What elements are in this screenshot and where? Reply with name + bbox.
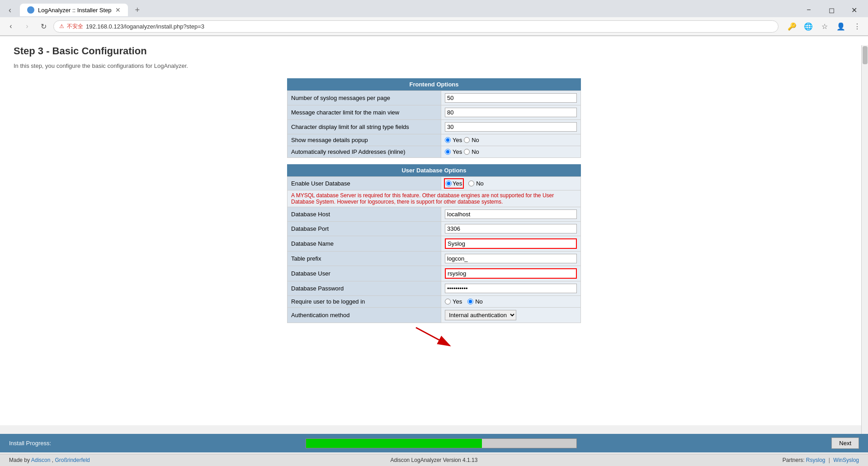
translate-icon[interactable]: 🌐 <box>802 20 815 33</box>
scrollbar-track[interactable] <box>861 45 868 439</box>
footer-center: Adiscon LogAnalyzer Version 4.1.13 <box>292 457 576 463</box>
table-row: Character display limit for all string t… <box>288 120 581 134</box>
char-limit-main-input[interactable] <box>445 108 577 117</box>
db-user-input[interactable] <box>445 268 577 279</box>
new-tab-button[interactable]: + <box>132 4 144 17</box>
field-label-table-prefix: Table prefix <box>288 252 441 266</box>
table-row: Number of syslog messages per page <box>288 91 581 105</box>
enable-user-db-yes-label: Yes <box>453 180 462 187</box>
auto-resolve-radio-group: Yes No <box>445 148 577 155</box>
title-bar: ‹ LogAnalyzer :: Installer Step ✕ + − ◻ … <box>0 0 868 17</box>
config-container: Frontend Options Number of syslog messag… <box>287 78 581 350</box>
footer-grossrinderfeld-link[interactable]: Großrinderfeld <box>55 457 90 463</box>
field-value-auth-method[interactable]: Internal authentication LDAP authenticat… <box>441 308 581 323</box>
footer-adiscon-link[interactable]: Adiscon <box>31 457 51 463</box>
field-label-db-password: Database Password <box>288 281 441 296</box>
table-row: Database Password <box>288 281 581 296</box>
db-port-input[interactable] <box>445 224 577 233</box>
field-value-table-prefix[interactable] <box>441 252 581 266</box>
table-row: Database User <box>288 266 581 281</box>
spacer <box>287 158 581 164</box>
address-bar[interactable]: ⚠ 不安全 192.168.0.123/loganalyzer/install.… <box>53 20 778 33</box>
minimize-button[interactable]: − <box>798 3 819 17</box>
db-password-input[interactable] <box>445 284 577 293</box>
field-value-db-name[interactable] <box>441 236 581 252</box>
field-label-db-port: Database Port <box>288 222 441 236</box>
field-label-require-login: Require user to be logged in <box>288 296 441 308</box>
close-button[interactable]: ✕ <box>844 3 864 17</box>
show-popup-yes-label: Yes <box>453 137 462 143</box>
browser-nav: ‹ › ↻ ⚠ 不安全 192.168.0.123/loganalyzer/in… <box>0 17 868 36</box>
progress-bar-fill <box>306 439 482 448</box>
next-button[interactable]: Next <box>831 437 859 449</box>
browser-tab[interactable]: LogAnalyzer :: Installer Step ✕ <box>20 4 128 16</box>
window-controls: − ◻ ✕ <box>798 3 864 17</box>
table-row: Enable User Database Yes No <box>288 177 581 190</box>
footer-left: Made by Adiscon , Großrinderfeld <box>9 457 292 463</box>
back-button[interactable]: ‹ <box>5 20 17 33</box>
field-value-char-display-limit[interactable] <box>441 120 581 134</box>
user-db-options-header: User Database Options <box>287 164 581 176</box>
restore-button[interactable]: ◻ <box>821 3 842 17</box>
warning-text: A MYSQL database Server is required for … <box>287 190 581 207</box>
bottom-bar: Install Progress: Next <box>0 434 868 452</box>
field-label-enable-user-db: Enable User Database <box>288 177 441 190</box>
enable-user-db-no-label: No <box>476 180 484 187</box>
field-label-auto-resolve: Automatically resolved IP Addresses (inl… <box>288 146 441 158</box>
footer-version-text: Version 4.1.13 <box>443 457 478 463</box>
field-value-db-port[interactable] <box>441 222 581 236</box>
progress-bar-container <box>306 438 577 448</box>
enable-user-db-yes-radio[interactable] <box>446 181 452 186</box>
field-value-enable-user-db: Yes No <box>441 177 581 190</box>
field-value-char-limit-main[interactable] <box>441 105 581 120</box>
user-db-fields-table: Database Host Database Port Database Nam… <box>287 207 581 323</box>
nav-icons: 🔑 🌐 ☆ 👤 ⋮ <box>786 20 863 33</box>
syslog-per-page-input[interactable] <box>445 93 577 103</box>
show-popup-yes-radio[interactable] <box>445 137 451 143</box>
field-value-show-popup: Yes No <box>441 134 581 146</box>
arrow-svg <box>407 323 461 350</box>
user-db-options-table: Enable User Database Yes No <box>287 176 581 190</box>
table-row: Automatically resolved IP Addresses (inl… <box>288 146 581 158</box>
table-row: Database Host <box>288 207 581 222</box>
char-display-limit-input[interactable] <box>445 122 577 132</box>
footer-center-prefix: Adiscon LogAnalyzer <box>391 457 442 463</box>
frontend-options-header: Frontend Options <box>287 78 581 90</box>
table-row: Table prefix <box>288 252 581 266</box>
auto-resolve-no-radio[interactable] <box>464 149 470 155</box>
forward-button[interactable]: › <box>21 20 33 33</box>
tab-favicon <box>27 6 34 14</box>
enable-user-db-no-radio[interactable] <box>468 181 474 186</box>
security-warning-icon: ⚠ <box>59 23 64 29</box>
profile-icon[interactable]: 👤 <box>835 20 847 33</box>
field-value-syslog-per-page[interactable] <box>441 91 581 105</box>
field-label-auth-method: Authentication method <box>288 308 441 323</box>
field-value-require-login: Yes No <box>441 296 581 308</box>
tab-back-button[interactable]: ‹ <box>4 4 16 16</box>
db-name-input[interactable] <box>445 238 577 249</box>
bookmark-icon[interactable]: ☆ <box>818 20 831 33</box>
auth-method-select[interactable]: Internal authentication LDAP authenticat… <box>445 310 516 320</box>
require-login-no-radio[interactable] <box>467 299 473 304</box>
field-label-char-display-limit: Character display limit for all string t… <box>288 120 441 134</box>
reload-button[interactable]: ↻ <box>37 20 50 33</box>
footer-partners-label: Partners: <box>783 457 805 463</box>
field-value-db-password[interactable] <box>441 281 581 296</box>
table-prefix-input[interactable] <box>445 254 577 263</box>
auto-resolve-yes-radio[interactable] <box>445 149 451 155</box>
footer-winsyslog-link[interactable]: WinSyslog <box>833 457 859 463</box>
field-value-auto-resolve: Yes No <box>441 146 581 158</box>
field-value-db-host[interactable] <box>441 207 581 222</box>
enable-db-yes-highlighted: Yes <box>445 179 463 188</box>
field-label-show-popup: Show message details popup <box>288 134 441 146</box>
show-popup-no-radio[interactable] <box>464 137 470 143</box>
field-value-db-user[interactable] <box>441 266 581 281</box>
tab-title: LogAnalyzer :: Installer Step <box>38 7 112 14</box>
scrollbar-thumb[interactable] <box>863 46 868 64</box>
require-login-yes-radio[interactable] <box>445 299 451 304</box>
save-password-icon[interactable]: 🔑 <box>786 20 798 33</box>
db-host-input[interactable] <box>445 209 577 219</box>
footer-rsyslog-link[interactable]: Rsyslog <box>806 457 826 463</box>
menu-icon[interactable]: ⋮ <box>851 20 863 33</box>
tab-close-button[interactable]: ✕ <box>115 6 121 14</box>
